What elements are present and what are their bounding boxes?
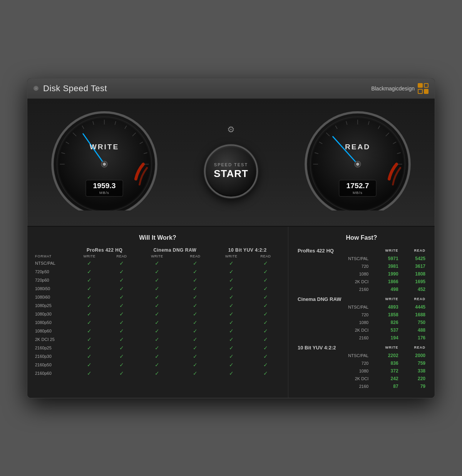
will-it-work-table: ProRes 422 HQ Cinema DNG RAW 10 Bit YUV … xyxy=(33,247,282,377)
check-mark: ✓ xyxy=(119,277,124,283)
how-fast-table: ProRes 422 HQWRITEREADNTSC/PAL5971542572… xyxy=(295,247,429,390)
check-mark: ✓ xyxy=(155,319,159,326)
check-cell: ✓ xyxy=(177,267,213,276)
will-it-work-section: Will It Work? ProRes 422 HQ Cinema DNG R… xyxy=(27,227,288,398)
check-cell: ✓ xyxy=(249,276,282,284)
check-mark: ✓ xyxy=(193,328,198,334)
brand-squares xyxy=(418,83,429,94)
hf-read-value: 220 xyxy=(402,375,429,382)
hf-data-row: 2160498452 xyxy=(295,286,429,293)
check-cell: ✓ xyxy=(137,335,177,344)
start-button[interactable]: SPEED TEST START xyxy=(204,144,258,198)
hf-write-value: 498 xyxy=(372,286,401,293)
hf-format-name: NTSC/PAL xyxy=(295,255,372,262)
hf-data-row: 720836759 xyxy=(295,359,429,367)
format-cell: 1080i50 xyxy=(33,284,72,293)
table-row: 1080p50✓✓✓✓✓✓ xyxy=(33,318,282,327)
hf-data-row: 21608779 xyxy=(295,382,429,390)
brand-square-3 xyxy=(418,89,423,94)
gauges-area: 1959.3 MB/s WRITE ⚙ SPEED TEST START xyxy=(27,99,435,226)
format-cell: 1080p50 xyxy=(33,318,72,327)
check-cell: ✓ xyxy=(249,301,282,310)
hf-write-col-header: WRITE xyxy=(372,293,401,303)
check-mark: ✓ xyxy=(155,302,159,309)
check-cell: ✓ xyxy=(177,344,213,352)
check-cell: ✓ xyxy=(177,327,213,335)
check-mark: ✓ xyxy=(193,319,198,326)
hf-data-row: 72039813617 xyxy=(295,262,429,270)
check-mark: ✓ xyxy=(87,370,92,376)
svg-text:WRITE: WRITE xyxy=(90,143,119,151)
hf-format-name: 1080 xyxy=(295,367,372,375)
check-cell: ✓ xyxy=(137,310,177,318)
hf-read-value: 1688 xyxy=(402,311,429,319)
check-cell: ✓ xyxy=(107,361,137,369)
hf-read-value: 452 xyxy=(402,286,429,293)
hf-format-name: NTSC/PAL xyxy=(295,352,372,359)
check-mark: ✓ xyxy=(155,353,159,359)
check-cell: ✓ xyxy=(107,259,137,267)
check-cell: ✓ xyxy=(213,293,250,301)
data-area: Will It Work? ProRes 422 HQ Cinema DNG R… xyxy=(27,226,435,398)
check-mark: ✓ xyxy=(229,277,234,283)
check-cell: ✓ xyxy=(177,284,213,293)
check-mark: ✓ xyxy=(263,311,268,317)
check-cell: ✓ xyxy=(213,259,250,267)
hf-format-name: 720 xyxy=(295,311,372,319)
check-cell: ✓ xyxy=(137,267,177,276)
cdng-header: Cinema DNG RAW xyxy=(137,247,213,254)
hf-read-col-header: READ xyxy=(402,342,429,352)
svg-text:1752.7: 1752.7 xyxy=(346,182,369,190)
check-mark: ✓ xyxy=(155,260,159,266)
hf-data-row: 72018581688 xyxy=(295,311,429,319)
table-row: 2160p50✓✓✓✓✓✓ xyxy=(33,361,282,369)
check-mark: ✓ xyxy=(155,294,159,300)
check-cell: ✓ xyxy=(107,276,137,284)
start-label1: SPEED TEST xyxy=(214,162,248,167)
check-cell: ✓ xyxy=(177,318,213,327)
check-mark: ✓ xyxy=(87,302,92,309)
format-cell: 720p60 xyxy=(33,276,72,284)
hf-write-value: 1858 xyxy=(372,311,401,319)
check-mark: ✓ xyxy=(87,260,92,266)
table-row: 720p50✓✓✓✓✓✓ xyxy=(33,267,282,276)
check-cell: ✓ xyxy=(72,318,107,327)
check-cell: ✓ xyxy=(249,327,282,335)
check-mark: ✓ xyxy=(229,362,234,368)
hf-format-name: 2160 xyxy=(295,286,372,293)
check-mark: ✓ xyxy=(193,302,198,309)
hf-format-name: 720 xyxy=(295,359,372,367)
prores-header: ProRes 422 HQ xyxy=(72,247,137,254)
settings-button[interactable]: ⚙ xyxy=(224,123,238,137)
hf-group-header-row: Cinema DNG RAWWRITEREAD xyxy=(295,293,429,303)
check-mark: ✓ xyxy=(263,319,268,326)
check-mark: ✓ xyxy=(229,336,234,342)
hf-read-value: 1808 xyxy=(402,270,429,278)
yuv-read-header: READ xyxy=(249,254,282,259)
check-mark: ✓ xyxy=(155,328,159,334)
hf-group-name: Cinema DNG RAW xyxy=(295,293,372,303)
check-cell: ✓ xyxy=(213,276,250,284)
check-mark: ✓ xyxy=(119,269,124,275)
check-mark: ✓ xyxy=(193,260,198,266)
check-cell: ✓ xyxy=(107,344,137,352)
check-mark: ✓ xyxy=(155,345,159,351)
check-cell: ✓ xyxy=(249,284,282,293)
check-cell: ✓ xyxy=(137,361,177,369)
check-cell: ✓ xyxy=(107,301,137,310)
check-cell: ✓ xyxy=(72,327,107,335)
table-row: 1080p25✓✓✓✓✓✓ xyxy=(33,301,282,310)
center-controls: ⚙ SPEED TEST START xyxy=(204,123,258,198)
check-mark: ✓ xyxy=(155,362,159,368)
check-mark: ✓ xyxy=(193,370,198,376)
brand-square-2 xyxy=(424,83,429,88)
hf-write-value: 537 xyxy=(372,326,401,334)
check-mark: ✓ xyxy=(229,345,234,351)
format-cell: 1080p25 xyxy=(33,301,72,310)
close-button[interactable]: ✕ xyxy=(33,86,38,91)
hf-data-row: NTSC/PAL48934445 xyxy=(295,303,429,311)
check-mark: ✓ xyxy=(263,302,268,309)
check-cell: ✓ xyxy=(249,352,282,361)
read-gauge-svg: 1752.7 MB/s READ xyxy=(296,110,419,210)
check-cell: ✓ xyxy=(213,369,250,377)
